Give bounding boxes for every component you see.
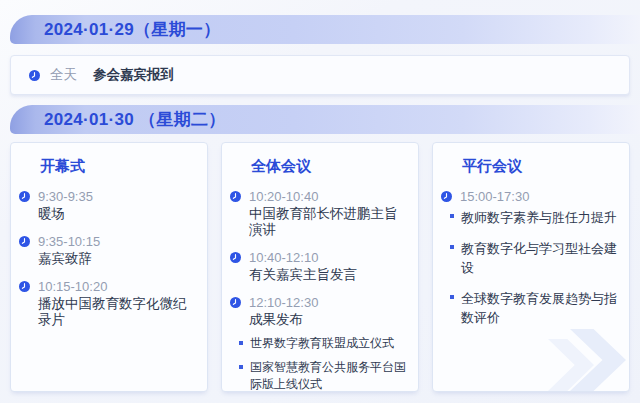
agenda-item: 9:35-10:15 嘉宾致辞 (19, 234, 199, 267)
item-time: 9:30-9:35 (38, 189, 93, 204)
card-items: 9:30-9:35 暖场 9:35-10:15 嘉宾致辞 (19, 189, 199, 328)
agenda-item: 12:10-12:30 成果发布 世界数字教育联盟成立仪式 国家智慧教育公共服务… (230, 295, 410, 392)
sub-item: 教师数字素养与胜任力提升 (450, 208, 621, 227)
clock-icon (19, 236, 30, 247)
item-time: 15:00-17:30 (460, 189, 529, 204)
clock-icon (441, 191, 452, 202)
item-title: 嘉宾致辞 (38, 251, 199, 267)
event-time: 全天 (50, 66, 77, 84)
item-title: 成果发布 (249, 312, 410, 328)
agenda-item: 10:15-10:20 播放中国教育数字化微纪录片 (19, 279, 199, 328)
agenda-item: 10:40-12:10 有关嘉宾主旨发言 (230, 250, 410, 283)
conference-schedule-page: 2024·01·29（星期一） 全天 参会嘉宾报到 2024·01·30 （星期… (0, 0, 640, 403)
card-title: 全体会议 (251, 156, 410, 176)
square-bullet-icon (239, 365, 243, 369)
sub-item-list: 教师数字素养与胜任力提升 教育数字化与学习型社会建设 全球数字教育发展趋势与指数… (441, 208, 621, 327)
time-row: 10:40-12:10 (230, 250, 410, 265)
day-header-monday: 2024·01·29（星期一） (10, 15, 640, 44)
clock-icon (230, 297, 241, 308)
day-section-monday: 2024·01·29（星期一） 全天 参会嘉宾报到 (0, 15, 640, 95)
item-time: 9:35-10:15 (38, 234, 100, 249)
sub-item-text: 国家智慧教育公共服务平台国际版上线仪式 (250, 359, 410, 392)
sub-item: 全球数字教育发展趋势与指数评价 (450, 289, 621, 327)
time-row: 15:00-17:30 (441, 189, 621, 204)
day-section-tuesday: 2024·01·30 （星期二） 开幕式 9:30-9:35 暖场 (0, 105, 640, 392)
clock-icon (230, 252, 241, 263)
time-row: 10:15-10:20 (19, 279, 199, 294)
sub-item: 国家智慧教育公共服务平台国际版上线仪式 (239, 359, 410, 392)
chevron-right-icon (548, 339, 594, 391)
agenda-item: 10:20-10:40 中国教育部长怀进鹏主旨演讲 (230, 189, 410, 238)
agenda-item: 15:00-17:30 教师数字素养与胜任力提升 教育数字化与学习型社会建设 全… (441, 189, 621, 327)
square-bullet-icon (450, 295, 454, 299)
card-title: 开幕式 (40, 156, 199, 176)
clock-icon (29, 70, 40, 81)
sub-item-list: 世界数字教育联盟成立仪式 国家智慧教育公共服务平台国际版上线仪式 中外数字教育合… (230, 335, 410, 392)
session-card-plenary: 全体会议 10:20-10:40 中国教育部长怀进鹏主旨演讲 10:40-12:… (221, 142, 419, 392)
square-bullet-icon (239, 341, 243, 345)
sub-item: 世界数字教育联盟成立仪式 (239, 335, 410, 352)
time-row: 9:30-9:35 (19, 189, 199, 204)
item-time: 10:15-10:20 (38, 279, 107, 294)
square-bullet-icon (450, 245, 454, 249)
sub-item: 教育数字化与学习型社会建设 (450, 239, 621, 277)
square-bullet-icon (450, 214, 454, 218)
day-header-tuesday: 2024·01·30 （星期二） (10, 105, 640, 134)
session-card-opening: 开幕式 9:30-9:35 暖场 9:35-10:15 (10, 142, 208, 392)
chevron-right-icon (570, 329, 626, 391)
sub-item-text: 教育数字化与学习型社会建设 (461, 239, 621, 277)
card-title: 平行会议 (462, 156, 621, 176)
card-items: 15:00-17:30 教师数字素养与胜任力提升 教育数字化与学习型社会建设 全… (441, 189, 621, 327)
clock-icon (19, 281, 30, 292)
day-header-title: 2024·01·30 （星期二） (44, 108, 225, 131)
clock-icon (19, 191, 30, 202)
chevron-watermark (548, 329, 626, 391)
sub-item-text: 世界数字教育联盟成立仪式 (250, 335, 394, 352)
session-cards-row: 开幕式 9:30-9:35 暖场 9:35-10:15 (10, 142, 630, 392)
agenda-item: 9:30-9:35 暖场 (19, 189, 199, 222)
item-time: 10:40-12:10 (249, 250, 318, 265)
sub-item-text: 教师数字素养与胜任力提升 (461, 208, 617, 227)
time-row: 12:10-12:30 (230, 295, 410, 310)
item-time: 10:20-10:40 (249, 189, 318, 204)
event-title: 参会嘉宾报到 (93, 66, 174, 84)
item-time: 12:10-12:30 (249, 295, 318, 310)
time-row: 10:20-10:40 (230, 189, 410, 204)
sub-item-text: 全球数字教育发展趋势与指数评价 (461, 289, 621, 327)
time-row: 9:35-10:15 (19, 234, 199, 249)
item-title: 播放中国教育数字化微纪录片 (38, 296, 199, 328)
card-items: 10:20-10:40 中国教育部长怀进鹏主旨演讲 10:40-12:10 有关… (230, 189, 410, 392)
item-title: 暖场 (38, 206, 199, 222)
item-title: 中国教育部长怀进鹏主旨演讲 (249, 206, 410, 238)
all-day-event-card: 全天 参会嘉宾报到 (10, 55, 630, 95)
session-card-parallel: 平行会议 15:00-17:30 教师数字素养与胜任力提升 教育数字化与学习型社… (432, 142, 630, 392)
item-title: 有关嘉宾主旨发言 (249, 267, 410, 283)
day-header-title: 2024·01·29（星期一） (44, 18, 220, 41)
clock-icon (230, 191, 241, 202)
